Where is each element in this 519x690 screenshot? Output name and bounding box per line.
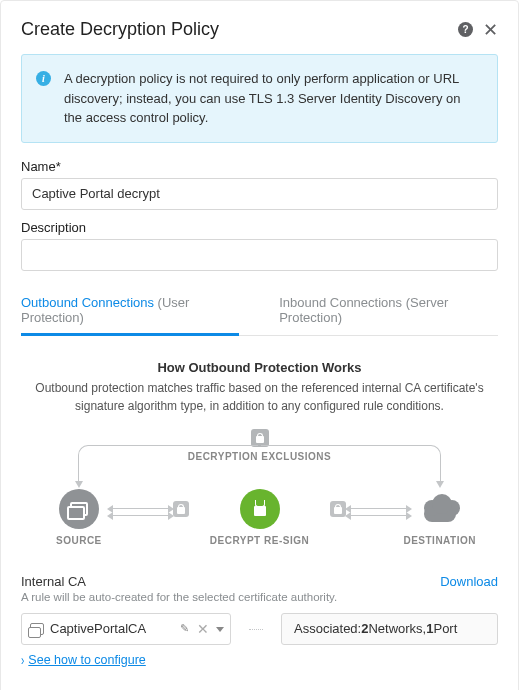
flow-arrow <box>351 515 406 516</box>
outbound-diagram: How Outbound Protection Works Outbound p… <box>21 360 498 564</box>
assoc-port-count: 1 <box>426 621 433 636</box>
description-input[interactable] <box>21 239 498 271</box>
arc-left <box>78 445 258 485</box>
arrow-down-icon <box>75 481 83 488</box>
tab-inbound[interactable]: Inbound Connections (Server Protection) <box>279 295 498 335</box>
download-link[interactable]: Download <box>440 574 498 589</box>
internal-ca-row: Internal CA A rule will be auto-created … <box>21 574 498 603</box>
info-text: A decryption policy is not required to o… <box>64 71 460 125</box>
modal-title: Create Decryption Policy <box>21 19 219 40</box>
connection-tabs: Outbound Connections (User Protection) I… <box>21 295 498 336</box>
internal-ca-value: CaptivePortalCA <box>50 621 174 636</box>
assoc-port-label: Port <box>433 621 457 636</box>
how-to-configure: ›See how to configure <box>21 653 498 667</box>
create-decryption-policy-modal: Create Decryption Policy ? ✕ i A decrypt… <box>0 0 519 690</box>
flow-arrow <box>113 515 168 516</box>
flow-arrow <box>113 508 168 509</box>
associated-summary[interactable]: Associated: 2 Networks, 1 Port <box>281 613 498 645</box>
info-icon: i <box>36 71 51 86</box>
chevron-down-icon[interactable]: ▾ <box>216 623 224 634</box>
lock-icon <box>330 501 346 517</box>
diagram-canvas: DECRYPTION EXCLUSIONS SOURCE DECRYPT RE-… <box>21 429 498 564</box>
assoc-prefix: Associated: <box>294 621 361 636</box>
diagram-subtitle: Outbound protection matches traffic base… <box>25 379 495 415</box>
diagram-title: How Outbound Protection Works <box>21 360 498 375</box>
lock-icon <box>173 501 189 517</box>
device-icon <box>30 623 44 635</box>
name-input[interactable] <box>21 178 498 210</box>
decrypt-label: DECRYPT RE-SIGN <box>210 535 309 546</box>
tab-inbound-label: Inbound Connections <box>279 295 402 310</box>
assoc-net-label: Networks, <box>368 621 426 636</box>
destination-label: DESTINATION <box>403 535 476 546</box>
name-label: Name* <box>21 159 498 174</box>
arc-right <box>261 445 441 485</box>
assoc-net-count: 2 <box>361 621 368 636</box>
source-node-icon <box>59 489 99 529</box>
clear-icon[interactable]: ✕ <box>195 621 211 637</box>
flow-arrow <box>351 508 406 509</box>
arrow-down-icon <box>436 481 444 488</box>
how-to-configure-link[interactable]: See how to configure <box>28 653 145 667</box>
ca-input-row: CaptivePortalCA ✎ ✕ ▾ Associated: 2 Netw… <box>21 613 498 645</box>
modal-content: i A decryption policy is not required to… <box>1 54 518 667</box>
edit-icon[interactable]: ✎ <box>180 622 189 635</box>
tab-outbound[interactable]: Outbound Connections (User Protection) <box>21 295 239 335</box>
header-icons: ? ✕ <box>458 21 498 39</box>
chevron-right-icon: › <box>21 652 24 667</box>
internal-ca-text: Internal CA A rule will be auto-created … <box>21 574 337 603</box>
decrypt-node-icon <box>240 489 280 529</box>
connector-line <box>249 629 263 630</box>
modal-header: Create Decryption Policy ? ✕ <box>1 1 518 54</box>
description-label: Description <box>21 220 498 235</box>
lock-icon <box>251 429 269 447</box>
internal-ca-label: Internal CA <box>21 574 337 589</box>
close-icon[interactable]: ✕ <box>483 21 498 39</box>
internal-ca-hint: A rule will be auto-created for the sele… <box>21 591 337 603</box>
source-label: SOURCE <box>56 535 102 546</box>
help-icon[interactable]: ? <box>458 22 473 37</box>
info-banner: i A decryption policy is not required to… <box>21 54 498 143</box>
destination-node-icon <box>420 489 460 529</box>
internal-ca-select[interactable]: CaptivePortalCA ✎ ✕ ▾ <box>21 613 231 645</box>
tab-outbound-label: Outbound Connections <box>21 295 154 310</box>
